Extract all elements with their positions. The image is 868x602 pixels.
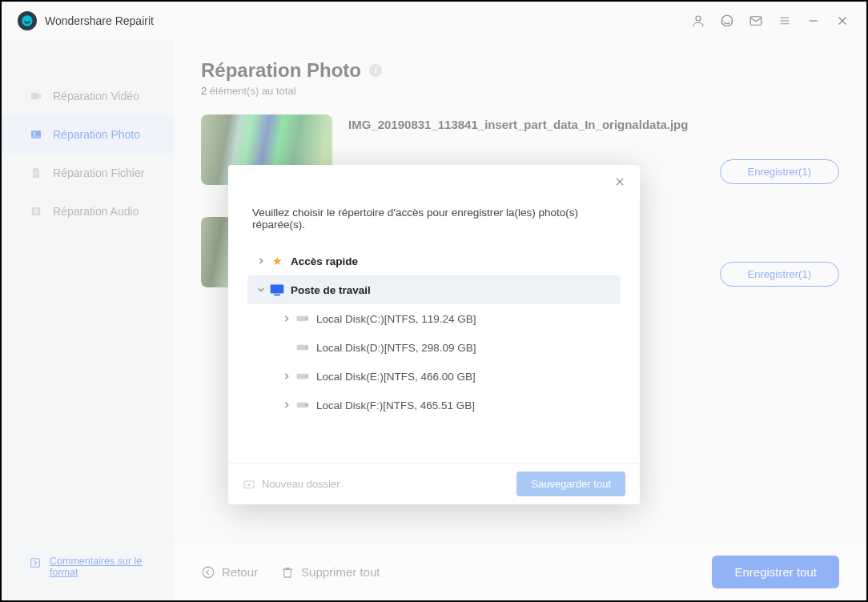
dialog-close-button[interactable] (614, 176, 625, 191)
chevron-right-icon (279, 315, 294, 322)
svg-rect-11 (274, 295, 279, 296)
app-title: Wondershare Repairit (45, 14, 154, 27)
tree-quick-access[interactable]: ★ Accès rapide (247, 247, 621, 275)
close-icon (614, 176, 625, 187)
tree-this-pc[interactable]: Poste de travail (247, 275, 621, 304)
dialog-save-all-button[interactable]: Sauvegarder tout (516, 472, 625, 496)
star-icon: ★ (268, 255, 286, 267)
app-body: Réparation Vidéo Réparation Photo Répara… (2, 40, 866, 600)
mail-icon[interactable] (741, 6, 770, 35)
chevron-down-icon (254, 287, 268, 293)
chevron-right-icon (254, 258, 268, 264)
tree-disk[interactable]: Local Disk(F:)[NTFS, 465.51 GB] (247, 391, 621, 419)
disk-icon (294, 372, 311, 380)
disk-icon (294, 343, 311, 351)
menu-icon[interactable] (770, 6, 799, 35)
new-folder-button[interactable]: Nouveau dossier (243, 478, 340, 491)
dialog-message: Veuillez choisir le répertoire d'accès p… (252, 207, 621, 231)
svg-point-15 (306, 347, 307, 348)
new-folder-icon (243, 478, 255, 491)
chevron-right-icon (279, 373, 294, 379)
svg-point-13 (306, 318, 307, 319)
save-location-dialog: Veuillez choisir le répertoire d'accès p… (228, 165, 640, 504)
tree-disk[interactable]: Local Disk(C:)[NTFS, 119.24 GB] (247, 304, 621, 333)
svg-point-0 (22, 15, 32, 26)
close-icon[interactable] (828, 6, 857, 35)
titlebar: Wondershare Repairit (2, 2, 866, 40)
app-window: Wondershare Repairit Réparation Vidéo Ré… (2, 2, 866, 600)
account-icon[interactable] (684, 6, 713, 35)
tree-disk[interactable]: Local Disk(D:)[NTFS, 298.09 GB] (247, 333, 621, 362)
chevron-right-icon (279, 402, 294, 408)
svg-rect-10 (271, 285, 284, 294)
support-icon[interactable] (713, 6, 741, 35)
svg-rect-3 (750, 17, 762, 26)
svg-point-17 (306, 375, 307, 377)
svg-point-19 (306, 404, 307, 406)
disk-icon (294, 315, 311, 323)
minimize-icon[interactable] (799, 6, 828, 35)
computer-icon (268, 281, 286, 299)
folder-tree: ★ Accès rapide Poste de travail Local Di… (247, 247, 621, 419)
svg-point-1 (696, 16, 701, 21)
app-logo (18, 11, 37, 30)
tree-disk[interactable]: Local Disk(E:)[NTFS, 466.00 GB] (247, 362, 621, 391)
dialog-footer: Nouveau dossier Sauvegarder tout (228, 463, 640, 504)
disk-icon (294, 401, 311, 409)
